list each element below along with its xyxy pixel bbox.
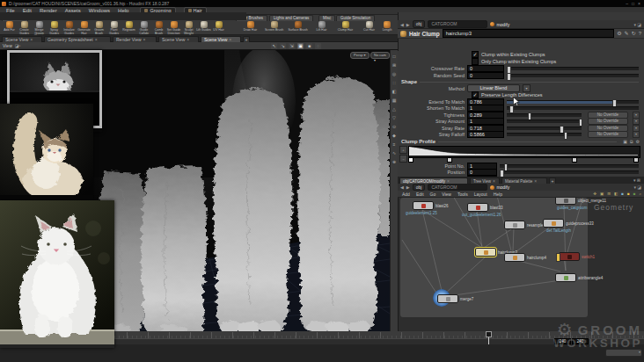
- shelf-tool-create-guides[interactable]: Create Guides: [17, 21, 32, 35]
- network-tool-icon[interactable]: ■: [633, 192, 637, 197]
- extend-to-match-slider[interactable]: [507, 100, 639, 104]
- shelf-tool-set-guide-direction[interactable]: Set Guide Direction: [166, 21, 181, 35]
- shelf-tool-cut-hair[interactable]: Cut Hair: [358, 21, 380, 35]
- shelf-tool-uv-hair[interactable]: UV Hair: [211, 21, 226, 35]
- clump-profile-ramp[interactable]: [408, 146, 640, 158]
- path-root[interactable]: obj: [413, 184, 426, 191]
- camera-select-button[interactable]: No cam ▾: [370, 52, 390, 59]
- network-tool-icon[interactable]: ■: [620, 192, 625, 197]
- network-tool-icon[interactable]: ⊞: [606, 192, 611, 197]
- override-menu-icon[interactable]: ▾: [633, 131, 640, 138]
- normals-icon[interactable]: △: [392, 106, 396, 112]
- select-dynamics-icon[interactable]: ⇲: [289, 43, 295, 49]
- select-mode-icon[interactable]: ■: [306, 43, 312, 49]
- checkbox-unchecked[interactable]: [472, 58, 479, 65]
- checkbox-checked[interactable]: ✓: [472, 51, 479, 58]
- crossover-rate-slider[interactable]: [507, 67, 639, 70]
- pane-tab-geometry-spreadsheet[interactable]: Geometry Spreadsheet×: [44, 36, 111, 42]
- back-icon[interactable]: ◀: [400, 185, 404, 190]
- playhead[interactable]: [486, 331, 492, 337]
- snap-grid-icon[interactable]: ⊞: [392, 62, 396, 68]
- ramp-add-point-button[interactable]: +: [399, 146, 407, 154]
- node-switch1[interactable]: switch1: [559, 252, 595, 261]
- shelf-tool-add-fur[interactable]: Add Fur: [2, 21, 17, 35]
- pane-tab-render-view[interactable]: Render View×: [113, 36, 157, 42]
- network-menu-add[interactable]: Add: [399, 192, 413, 197]
- view-layout-icon[interactable]: □: [392, 54, 395, 59]
- point-no-slider[interactable]: [500, 164, 639, 168]
- forward-icon[interactable]: ▶: [406, 185, 410, 190]
- frame-end2-field[interactable]: 240: [572, 338, 589, 344]
- node-attribwrangle4[interactable]: attribwrangle4: [555, 273, 603, 282]
- path-parent[interactable]: CATGROOM: [428, 184, 487, 191]
- pane-tab-scene-view-1[interactable]: Scene View×: [2, 36, 42, 42]
- pane-tab-scene-view-active[interactable]: Scene View×: [201, 36, 241, 42]
- backface-icon[interactable]: ▽: [392, 115, 396, 120]
- stray-falloff-field[interactable]: 0.5866: [467, 131, 504, 138]
- network-menu-go[interactable]: Go: [428, 192, 439, 197]
- pane-tab-scene-view-2[interactable]: Scene View×: [158, 36, 199, 42]
- shelf-tool-draw-hair[interactable]: Draw Hair: [239, 21, 261, 35]
- shelf-tool-lift-guides[interactable]: Lift Guides: [196, 21, 211, 35]
- shade-mode-icon[interactable]: ◧: [392, 89, 397, 94]
- network-menu-view[interactable]: View: [439, 192, 454, 197]
- network-tool-icon[interactable]: ▣: [599, 192, 604, 197]
- shelf-tool-initialize-guides[interactable]: Initialize Guides: [62, 21, 77, 35]
- random-seed-field[interactable]: 0: [467, 72, 504, 79]
- pane-menu-icon[interactable]: ▾ ⊞: [633, 177, 640, 183]
- shelf-tool-surface-brush[interactable]: Surface Brush: [287, 21, 309, 35]
- shelf-tool-generate-hair[interactable]: Generate Hair: [77, 21, 91, 35]
- network-graph[interactable]: Geometry blast26 guideelement1.25 blast3…: [400, 198, 644, 319]
- copy-icon[interactable]: ⧉: [630, 138, 633, 145]
- shelf-tool-plant-guides[interactable]: Plant Guides: [106, 21, 121, 35]
- position-slider[interactable]: [500, 170, 639, 174]
- network-tool-icon[interactable]: ■: [626, 192, 631, 197]
- node-resample1[interactable]: resample1: [504, 221, 545, 229]
- network-menu-edit[interactable]: Edit: [413, 192, 427, 197]
- grid-toggle-icon[interactable]: ≡: [393, 141, 396, 147]
- network-menu-layout[interactable]: Layout: [472, 192, 490, 197]
- network-menu-help[interactable]: Help: [491, 192, 505, 197]
- window-controls[interactable]: –□×: [626, 1, 644, 6]
- path-current[interactable]: modify: [490, 185, 509, 190]
- tightness-slider[interactable]: [507, 113, 582, 117]
- gear-icon[interactable]: ⚙: [636, 138, 640, 145]
- node-guideprocess33[interactable]: guideprocess33: [543, 219, 594, 228]
- select-components-icon[interactable]: ↘: [280, 43, 286, 49]
- stray-amount-slider[interactable]: [507, 119, 582, 123]
- select-objects-icon[interactable]: ↖: [271, 43, 277, 49]
- camera-lock-icon[interactable]: ◎: [392, 71, 396, 76]
- update-mode-button[interactable]: ▾: [605, 349, 642, 357]
- shorten-to-match-slider[interactable]: [507, 106, 639, 110]
- shelf-tool-lift-hair[interactable]: Lift Hair: [311, 21, 333, 35]
- stray-falloff-override-button[interactable]: No Override: [588, 131, 628, 138]
- back-icon[interactable]: ◀: [400, 22, 404, 27]
- shelf-tool-comb-brush[interactable]: Comb Brush: [151, 21, 166, 35]
- path-options-icons[interactable]: ▾ ◪: [633, 185, 641, 190]
- display-points-icon[interactable]: ∷: [392, 80, 395, 85]
- stray-amount-override-button[interactable]: No Override: [588, 118, 628, 125]
- network-tool-icon[interactable]: ◧: [613, 192, 618, 197]
- shelf-tab-lights-cameras[interactable]: Lights and Cameras: [269, 15, 313, 21]
- node-merge7-display[interactable]: merge7: [437, 294, 473, 303]
- gear-icon[interactable]: ⚙: [617, 30, 621, 37]
- frame-end-field[interactable]: 240: [554, 338, 571, 344]
- tree-view-tab[interactable]: Tree View×: [470, 177, 500, 184]
- network-tool-icon[interactable]: ✥: [592, 192, 597, 197]
- node-hairclump4[interactable]: hairclump4: [504, 253, 546, 262]
- random-seed-slider[interactable]: [507, 74, 639, 77]
- shelf-tab-guide-simulation[interactable]: Guide Simulation: [336, 15, 375, 21]
- shelf-tool-merge-groom[interactable]: Merge Groom Objects: [32, 21, 47, 35]
- options-icon[interactable]: ⊕: [392, 159, 396, 164]
- lasso-icon[interactable]: ◌: [315, 43, 321, 49]
- guides-display-icon[interactable]: ∿: [392, 150, 396, 156]
- path-root[interactable]: obj: [413, 20, 426, 28]
- param-only-clump-within[interactable]: Only Clump within Existing Clumps: [398, 58, 642, 64]
- material-icon[interactable]: ◆: [392, 133, 396, 138]
- secure-selection-icon[interactable]: ▣: [297, 43, 304, 49]
- help-icon[interactable]: ?: [639, 30, 641, 37]
- shelf-tab-misc[interactable]: Misc: [318, 15, 335, 21]
- shelf-tool-length[interactable]: Length: [378, 21, 396, 35]
- material-palette-tab[interactable]: Material Palette×: [501, 177, 547, 184]
- param-clump-within[interactable]: ✓ Clump within Existing Clumps: [398, 51, 642, 57]
